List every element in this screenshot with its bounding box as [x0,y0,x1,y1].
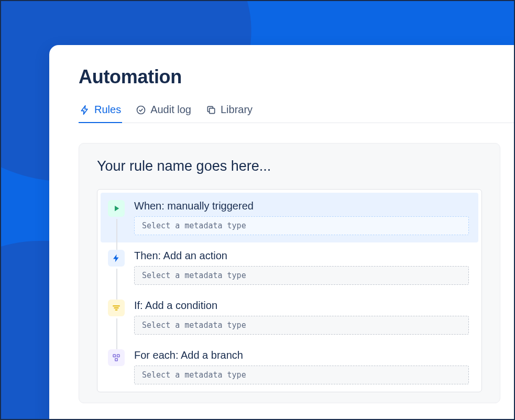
metadata-type-select[interactable]: Select a metadata type [134,366,469,384]
svg-point-0 [137,106,145,114]
tab-label: Audit log [150,104,191,116]
filter-icon [108,300,125,316]
tab-label: Library [221,104,253,116]
step-then[interactable]: Then: Add an action Select a metadata ty… [101,242,478,292]
tabs: Rules Audit log Library [79,104,515,123]
svg-rect-4 [115,359,118,361]
play-icon [108,200,125,217]
step-for-each[interactable]: For each: Add a branch Select a metadata… [101,342,478,392]
svg-rect-3 [117,355,120,357]
rule-name-input[interactable]: Your rule name goes here... [97,158,482,174]
step-label: Then: Add an action [134,250,469,262]
lightning-icon [80,105,90,115]
step-if[interactable]: If: Add a condition Select a metadata ty… [101,292,478,342]
step-label: When: manually triggered [134,200,469,212]
copy-icon [206,105,216,115]
svg-rect-1 [210,108,215,113]
main-panel: Automation Rules Audit log Library [49,45,515,420]
bolt-icon [108,250,125,267]
page-title: Automation [79,66,515,88]
step-label: For each: Add a branch [134,349,469,361]
step-label: If: Add a condition [134,300,469,312]
metadata-type-select[interactable]: Select a metadata type [134,316,469,335]
step-when[interactable]: When: manually triggered Select a metada… [101,193,478,242]
tab-label: Rules [94,104,121,116]
svg-rect-2 [113,355,116,357]
tab-audit-log[interactable]: Audit log [135,104,192,123]
tab-library[interactable]: Library [205,104,254,123]
branch-icon [108,349,125,366]
check-circle-icon [136,105,146,115]
metadata-type-select[interactable]: Select a metadata type [134,266,469,285]
rule-card: Your rule name goes here... When: manual… [79,143,500,403]
tab-rules[interactable]: Rules [79,104,122,123]
rule-steps-box: When: manually triggered Select a metada… [97,189,482,392]
metadata-type-select[interactable]: Select a metadata type [134,216,469,235]
